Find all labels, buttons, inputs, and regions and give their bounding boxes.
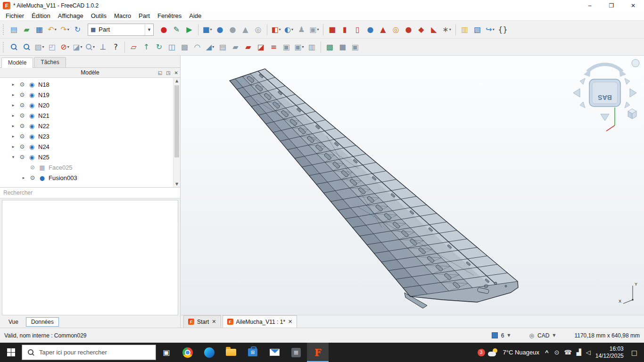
sketch-button[interactable]: ▱ [127,41,140,54]
chamfer-button[interactable]: ◢▾ [204,41,216,54]
menu-item-3[interactable]: Outils [87,12,110,20]
dropdown-arrow-icon[interactable]: ▾ [81,45,83,49]
navigation-style-value[interactable]: CAD [537,332,549,339]
menu-item-2[interactable]: Affichage [54,12,87,20]
param-ellipsoid-button[interactable]: ● [402,23,415,36]
panel-float-icon[interactable]: ◱ [158,70,162,75]
scroll-down-icon[interactable]: ▼ [173,182,180,186]
tree-item-n23[interactable]: ▸⊙◉N23 [0,131,180,141]
tree-item-n22[interactable]: ▸⊙◉N22 [0,121,180,131]
clipping-button[interactable]: ⊘▾ [58,41,71,54]
primitives-dialog-button[interactable]: ∗▾ [440,23,453,36]
eye-icon[interactable]: ⊙ [19,143,25,150]
workbench-selector[interactable]: ■ Part ▼ [88,24,154,36]
shape-builder-button[interactable]: ♟ [295,23,308,36]
sidebar-tab-1[interactable]: Tâches [34,57,66,67]
refresh-button[interactable]: ↻ [71,23,84,36]
toolbar-handle[interactable] [3,42,5,52]
dropdown-arrow-icon[interactable]: ▾ [42,45,44,49]
scale-button[interactable]: ▩ [178,41,191,54]
tree-item-n19[interactable]: ▸⊙◉N19 [0,90,180,100]
part-library-button[interactable]: ▥ [458,23,471,36]
eye-icon[interactable]: ⊙ [19,133,25,140]
dropdown-arrow-icon[interactable]: ▾ [449,27,451,32]
sync-view-button[interactable]: ◰ [46,41,58,54]
macro-play-button[interactable]: ▶ [183,23,196,36]
dropdown-arrow-icon[interactable]: ▾ [493,27,495,32]
param-sphere-button[interactable]: ● [364,23,377,36]
scrollbar-thumb[interactable] [174,85,179,157]
tree-item-fusion003[interactable]: ▸⊙●Fusion003 [0,173,180,183]
tray-expand-icon[interactable]: ^ [544,349,550,356]
measure-button[interactable]: ⊥ [97,41,109,54]
tree-item-n18[interactable]: ▸⊙◉N18 [0,79,180,90]
menu-item-1[interactable]: Édition [28,12,54,20]
menu-item-0[interactable]: Fichier [2,12,28,20]
expand-icon[interactable]: ▸ [10,134,16,139]
dropdown-arrow-icon[interactable]: ▾ [210,27,212,32]
expand-icon[interactable]: ▸ [10,82,16,87]
section-button[interactable]: ◪ [255,41,267,54]
mirror-shape-button[interactable]: ◫ [165,41,178,54]
collapse-icon[interactable]: ▾ [10,155,16,159]
eye-icon[interactable]: ⊙ [29,174,36,181]
dropdown-arrow-icon[interactable]: ▾ [93,45,95,49]
expand-icon[interactable]: ▸ [21,175,26,180]
meet-now-icon[interactable]: ⊙ [554,349,560,356]
zoom-selection-button[interactable] [20,41,33,54]
dropdown-arrow-icon[interactable]: ▾ [279,27,281,32]
your-phone-icon[interactable]: ☎ [564,349,572,356]
start-button[interactable] [0,343,22,362]
doc-tab-1[interactable]: FAileMucha_V11 : 1*✕ [223,315,297,328]
expand-icon[interactable]: ▸ [10,92,16,97]
tree-item-n21[interactable]: ▸⊙◉N21 [0,110,180,121]
eye-icon[interactable]: ⊙ [19,112,25,119]
save-button[interactable]: ▦ [33,23,46,36]
menu-item-7[interactable]: Aide [185,12,205,20]
param-cone-button[interactable]: ▲ [377,23,389,36]
dropdown-arrow-icon[interactable]: ▾ [212,45,214,49]
param-prism-button[interactable]: ◆ [415,23,428,36]
param-tube-button[interactable]: ▯ [351,23,364,36]
cross-sections-button[interactable]: ≡ [267,41,280,54]
sidebar-tab-0[interactable]: Modèle [1,58,33,68]
revolve-button[interactable]: ↻ [153,41,165,54]
import-button[interactable]: ▧ [471,23,484,36]
maximize-button[interactable]: ❐ [601,0,622,11]
zoom-fit-button[interactable] [8,41,20,54]
mirror-button[interactable]: ◧▾ [270,23,282,36]
layer-color-swatch[interactable] [492,332,498,338]
offset-2d-button[interactable]: ▣▾ [293,41,305,54]
taskbar-explorer-button[interactable] [220,343,242,362]
whats-this-button[interactable]: ? [109,41,122,54]
isometric-view-button[interactable]: ▧▾ [33,41,46,54]
defeaturing-button[interactable]: ▣ [349,41,362,54]
taskbar-chrome-button[interactable] [177,343,198,362]
fillet-button[interactable]: ◠ [191,41,204,54]
clock[interactable]: 16:03 14/12/2025 [595,346,624,360]
export-button[interactable]: ↪▾ [484,23,496,36]
dropdown-arrow-icon[interactable]: ▾ [67,45,69,49]
tree-search-input[interactable] [0,188,180,198]
dropdown-arrow-icon[interactable]: ▾ [55,27,57,32]
draw-style-button[interactable]: ◪▾ [71,41,84,54]
expand-icon[interactable]: ▸ [10,144,16,149]
property-tab-0[interactable]: Vue [4,318,23,326]
chevron-down-icon[interactable]: ▼ [507,333,510,337]
zoom-out-button[interactable]: ▾ [84,41,97,54]
refine-shape-button[interactable]: ■ [336,41,349,54]
menu-item-4[interactable]: Macro [110,12,135,20]
doc-tab-0[interactable]: FStart✕ [183,315,221,328]
param-wedge-button[interactable]: ◣ [428,23,440,36]
3d-viewport[interactable]: BAS Y X [181,56,644,315]
menu-item-6[interactable]: Fenêtres [154,12,185,20]
task-view-button[interactable]: ▣ [156,343,177,362]
offset-3d-button[interactable]: ▣ [280,41,293,54]
panel-close-icon[interactable]: ✕ [174,70,178,75]
close-button[interactable]: ✕ [622,0,644,11]
eye-icon[interactable]: ⊙ [19,102,25,108]
sweep-button[interactable]: ▰ [242,41,255,54]
minimize-button[interactable]: – [579,0,601,11]
macro-edit-button[interactable]: ✎ [170,23,183,36]
new-file-button[interactable]: ▤ [8,23,20,36]
